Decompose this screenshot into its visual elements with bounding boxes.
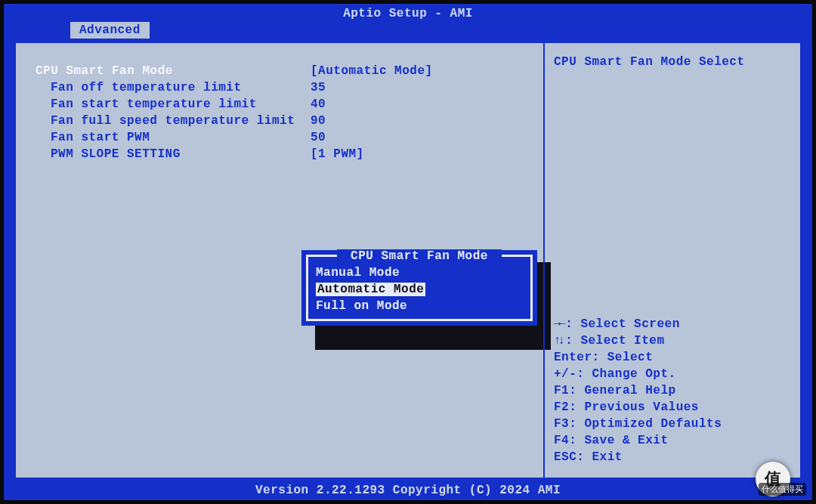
- setting-fan-start-temp[interactable]: Fan start temperature limit 40: [16, 96, 543, 113]
- popup-title: CPU Smart Fan Mode: [337, 249, 502, 263]
- setting-label: CPU Smart Fan Mode: [16, 63, 311, 79]
- popup-inner: CPU Smart Fan Mode Manual Mode Automatic…: [306, 255, 533, 321]
- key-f3: F3: Optimized Defaults: [554, 416, 791, 432]
- help-pane: CPU Smart Fan Mode Select : Select Scree…: [543, 43, 800, 478]
- popup-option-full-on-mode[interactable]: Full on Mode: [313, 298, 526, 314]
- app-title: Aptio Setup - AMI: [4, 4, 812, 22]
- setting-fan-off-temp[interactable]: Fan off temperature limit 35: [16, 79, 543, 96]
- popup-title-wrap: CPU Smart Fan Mode: [313, 249, 526, 263]
- setting-cpu-smart-fan-mode[interactable]: CPU Smart Fan Mode [Automatic Mode]: [16, 63, 543, 79]
- key-enter: Enter: Select: [554, 349, 791, 366]
- watermark-text: 什么值得买: [759, 483, 806, 496]
- setting-value: 35: [311, 79, 543, 96]
- popup-option-automatic-mode[interactable]: Automatic Mode: [313, 281, 526, 298]
- setting-value: [Automatic Mode]: [311, 63, 543, 79]
- work-area: CPU Smart Fan Mode [Automatic Mode] Fan …: [14, 42, 802, 479]
- help-title: CPU Smart Fan Mode Select: [554, 55, 791, 69]
- settings-list: CPU Smart Fan Mode [Automatic Mode] Fan …: [16, 63, 543, 162]
- popup-option-label: Automatic Mode: [316, 283, 425, 296]
- key-label: : Select Screen: [565, 317, 680, 331]
- key-help: : Select Screen : Select Item Enter: Sel…: [554, 316, 791, 465]
- setting-label: Fan full speed temperature limit: [16, 113, 311, 129]
- key-f1: F1: General Help: [554, 382, 791, 399]
- setting-value: [1 PWM]: [311, 146, 543, 162]
- setting-label: Fan off temperature limit: [16, 79, 311, 96]
- bios-screen: Aptio Setup - AMI Advanced CPU Smart Fan…: [3, 3, 813, 501]
- tab-advanced[interactable]: Advanced: [70, 22, 150, 39]
- key-plus-minus: +/-: Change Opt.: [554, 366, 791, 382]
- footer-version: Version 2.22.1293 Copyright (C) 2024 AMI: [4, 484, 812, 497]
- setting-value: 90: [311, 113, 543, 129]
- popup-option-label: Manual Mode: [316, 266, 400, 280]
- popup-option-label: Full on Mode: [316, 299, 407, 313]
- setting-pwm-slope[interactable]: PWM SLOPE SETTING [1 PWM]: [16, 146, 543, 162]
- popup-option-manual-mode[interactable]: Manual Mode: [313, 264, 526, 281]
- key-f4: F4: Save & Exit: [554, 432, 791, 449]
- setting-label: Fan start temperature limit: [16, 96, 311, 113]
- key-select-item: : Select Item: [554, 332, 791, 349]
- setting-fan-start-pwm[interactable]: Fan start PWM 50: [16, 129, 543, 146]
- arrows-ud-icon: [554, 334, 565, 348]
- settings-pane: CPU Smart Fan Mode [Automatic Mode] Fan …: [16, 43, 543, 478]
- tab-strip: Advanced: [70, 22, 812, 40]
- key-select-screen: : Select Screen: [554, 316, 791, 332]
- key-f2: F2: Previous Values: [554, 399, 791, 416]
- watermark-badge: 值 什么值得买: [756, 460, 810, 499]
- key-label: : Select Item: [565, 334, 664, 348]
- arrows-lr-icon: [554, 317, 565, 331]
- popup-cpu-smart-fan-mode: CPU Smart Fan Mode Manual Mode Automatic…: [301, 250, 537, 326]
- setting-label: Fan start PWM: [16, 129, 311, 146]
- setting-label: PWM SLOPE SETTING: [16, 146, 311, 162]
- setting-value: 50: [311, 129, 543, 146]
- setting-value: 40: [311, 96, 543, 113]
- setting-fan-full-speed-temp[interactable]: Fan full speed temperature limit 90: [16, 113, 543, 129]
